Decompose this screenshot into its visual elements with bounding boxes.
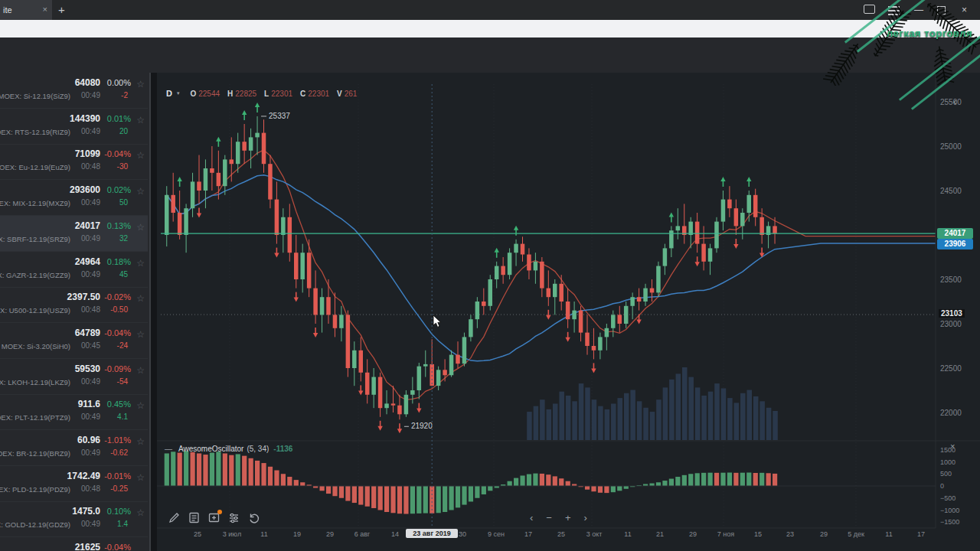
price-axis-label: 25500 [940, 98, 962, 106]
timeframe-caret-icon[interactable]: ▾ [177, 90, 180, 96]
instrument-code: MOEX: LKOH-12.19(LKZ9) [0, 378, 70, 388]
instrument-code: MOEX: MIX-12.19(MXZ9) [0, 199, 70, 209]
zoom-in-button[interactable]: + [565, 512, 571, 523]
favorite-star-icon[interactable]: ☆ [136, 472, 145, 483]
svg-text:21920: 21920 [411, 422, 433, 430]
favorite-star-icon[interactable]: ☆ [136, 115, 145, 126]
favorite-star-icon[interactable]: ☆ [136, 329, 145, 340]
watchlist-row[interactable]: 2936000.02%00:4950☆MOEX: MIX-12.19(MXZ9) [0, 180, 148, 216]
instrument-time: 00:49 [81, 198, 100, 207]
favorite-star-icon[interactable]: ☆ [136, 436, 145, 447]
undo-icon[interactable] [247, 511, 260, 524]
watchlist-row[interactable]: 249640.18%00:4945☆MOEX: GAZR-12.19(GZZ9) [0, 252, 148, 288]
instrument-change-pct: -1.01% [104, 435, 131, 445]
instrument-change-pct: -0.02% [104, 292, 131, 302]
instrument-price: 64789 [75, 328, 100, 338]
tab-close-icon[interactable]: × [43, 5, 47, 14]
instrument-change-abs: 4.1 [117, 412, 128, 421]
add-indicator-icon[interactable] [207, 511, 220, 524]
oscillator-axis-label: −1500 [940, 518, 959, 526]
svg-text:25337: 25337 [269, 112, 290, 120]
favorite-star-icon[interactable]: ☆ [136, 507, 145, 518]
instrument-time: 00:49 [81, 91, 100, 99]
oscillator-close-icon[interactable]: × [950, 442, 955, 451]
price-axis-label: 24500 [940, 187, 962, 195]
tab-title: ite [3, 5, 12, 15]
cast-icon[interactable] [864, 5, 875, 14]
watchlist-icon[interactable] [188, 511, 201, 524]
browser-tab-bar: ite × + — × [0, 0, 980, 20]
watchlist-row[interactable]: 1742.49-0.01%00:48-0.25☆MOEX: PLD-12.19(… [0, 466, 148, 502]
instrument-price: 293600 [70, 184, 100, 195]
oscillator-axis-label: 1000 [940, 458, 956, 466]
favorite-star-icon[interactable]: ☆ [136, 150, 145, 161]
instrument-change-abs: -24 [117, 341, 128, 350]
watchlist-row[interactable]: 21625-0.04% [0, 537, 148, 551]
instrument-change-pct: -0.01% [104, 471, 131, 481]
favorite-star-icon[interactable]: ☆ [136, 365, 145, 376]
ohlc-value: 22825 [235, 90, 256, 98]
favorite-star-icon[interactable]: ☆ [136, 258, 145, 269]
watchlist-row[interactable]: 59530-0.09%00:49-54☆MOEX: LKOH-12.19(LKZ… [0, 359, 148, 395]
watchlist-row[interactable]: 60.96-1.01%00:49-0.62☆MOEX: BR-12.19(BRZ… [0, 430, 148, 466]
instrument-price: 2397.50 [67, 292, 100, 302]
favorite-star-icon[interactable]: ☆ [136, 400, 145, 411]
instrument-change-pct: 0.10% [107, 507, 131, 516]
menu-icon[interactable] [888, 6, 900, 8]
notification-dot [217, 510, 222, 514]
watchlist-row[interactable]: 911.60.45%00:494.1☆MOEX: PLT-12.19(PTZ9) [0, 394, 148, 430]
instrument-time: 00:49 [81, 448, 100, 457]
instrument-change-abs: 20 [119, 127, 128, 135]
watchlist-row[interactable]: 2397.50-0.02%00:48-0.50☆MOEX: U500-12.19… [0, 287, 148, 323]
finam-trade-lite-screen: { "browser": { "tab_title": "ite", "url"… [0, 0, 980, 551]
watchlist-row[interactable]: 240170.13%00:4932☆MOEX: SBRF-12.19(SRZ9) [0, 216, 148, 252]
browser-tab[interactable]: ite × [0, 0, 52, 20]
instrument-price: 1475.0 [72, 506, 100, 517]
favorite-star-icon[interactable]: ☆ [136, 186, 145, 197]
minimize-button[interactable]: — [914, 5, 923, 15]
favorite-star-icon[interactable]: ☆ [136, 293, 145, 304]
watchlist-row[interactable]: 1443900.01%00:4920☆MOEX: RTS-12.19(RIZ9) [0, 109, 148, 145]
instrument-change-pct: 0.00% [107, 78, 131, 87]
settings-sliders-icon[interactable] [227, 511, 240, 524]
instrument-price: 64080 [75, 77, 100, 88]
new-tab-button[interactable]: + [58, 3, 65, 16]
instrument-change-pct: -0.04% [104, 149, 131, 158]
chart-widget: D ▾ O22544H22825L22301C22301V261 2533721… [157, 73, 980, 551]
instrument-code: MOEX: SBRF-12.19(SRZ9) [0, 235, 70, 245]
zoom-out-button[interactable]: − [546, 512, 552, 523]
oscillator-name: AwesomeOscillator [178, 445, 243, 453]
favorite-star-icon[interactable]: ☆ [136, 79, 145, 90]
watchlist-row[interactable]: 64789-0.04%00:45-24☆MOEX: Si-3.20(SiH0) [0, 323, 148, 359]
watchlist-row[interactable]: 1475.00.10%00:491.4☆MOEX: GOLD-12.19(GDZ… [0, 501, 148, 537]
price-axis-label: 22500 [940, 364, 962, 373]
ohlc-value: 261 [345, 90, 358, 98]
collapse-icon[interactable]: — [165, 445, 172, 453]
scroll-right-button[interactable]: › [584, 512, 587, 523]
ohlc-key: H [227, 90, 233, 98]
price-axis-label: 23000 [940, 320, 962, 328]
instrument-change-pct: 0.45% [107, 399, 131, 409]
instrument-change-abs: -54 [117, 377, 128, 386]
chevron-left-icon[interactable]: ‹ [953, 96, 956, 107]
instrument-change-abs: -30 [117, 162, 128, 171]
instrument-change-pct: -0.09% [104, 364, 131, 373]
instrument-code: MOEX: Si-12.19(SiZ9) [0, 92, 70, 102]
scroll-left-button[interactable]: ‹ [530, 512, 533, 523]
restore-button[interactable] [937, 6, 946, 15]
close-button[interactable]: × [962, 5, 967, 15]
watchlist-row[interactable]: 71099-0.04%00:48-30☆MOEX: Eu-12.19(EuZ9) [0, 144, 148, 180]
instrument-code: MOEX: Si-3.20(SiH0) [0, 342, 70, 352]
instrument-time: 00:49 [81, 270, 100, 279]
price-chart[interactable]: 2533721920 [157, 73, 980, 551]
instrument-price: 21625 [75, 542, 100, 551]
instrument-price: 60.96 [77, 435, 100, 445]
instrument-price: 911.6 [78, 399, 100, 409]
timeframe-button[interactable]: D [166, 89, 172, 98]
instrument-change-pct: -0.04% [104, 543, 131, 551]
instrument-code: MOEX: Eu-12.19(EuZ9) [0, 163, 70, 173]
instrument-change-abs: 50 [119, 198, 128, 207]
favorite-star-icon[interactable]: ☆ [136, 222, 145, 233]
watchlist-row[interactable]: 640800.00%00:49-2☆MOEX: Si-12.19(SiZ9) [0, 73, 148, 109]
draw-icon[interactable] [168, 511, 181, 524]
